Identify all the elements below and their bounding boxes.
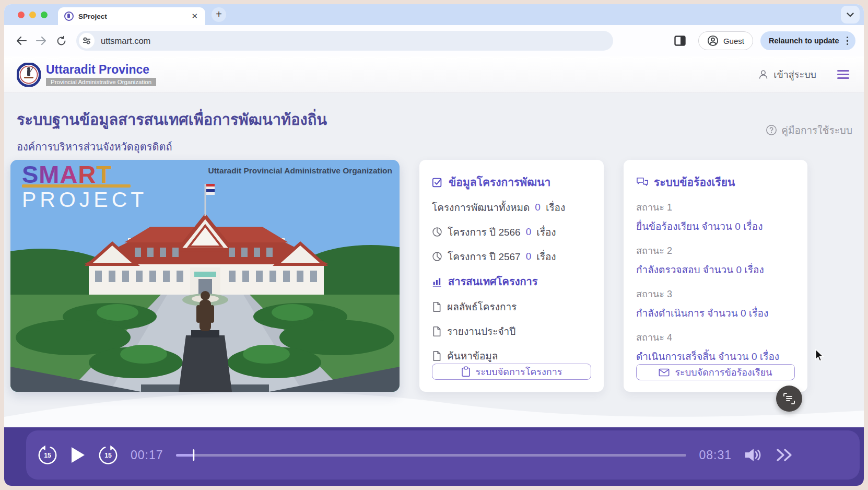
progress-bar[interactable] bbox=[176, 454, 687, 457]
year-value: 0 bbox=[526, 251, 532, 262]
hero-banner: SMART PROJECT Uttaradit Provincial Admin… bbox=[10, 160, 400, 392]
project-info-link[interactable]: สารสนเทศโครงการ bbox=[432, 273, 591, 290]
forward-button[interactable] bbox=[32, 32, 50, 50]
chat-bubbles-icon bbox=[636, 177, 649, 188]
complaint-card-title: ระบบข้อร้องเรียน bbox=[636, 173, 795, 191]
site-header: Uttaradit Province Provincial Administra… bbox=[4, 56, 864, 93]
tab-close-icon[interactable]: ✕ bbox=[190, 11, 199, 21]
page-heading: ระบบฐานข้อมูลสารสนเทศเพื่อการพัฒนาท้องถิ… bbox=[17, 108, 327, 155]
help-link[interactable]: คู่มือการใช้ระบบ bbox=[766, 122, 852, 138]
pie-chart-icon bbox=[432, 227, 442, 237]
project-year-row[interactable]: โครงการ ปี 2567 0 เรื่อง bbox=[432, 249, 591, 264]
project-year-row[interactable]: โครงการ ปี 2566 0 เรื่อง bbox=[432, 224, 591, 240]
complaint-management-button[interactable]: ระบบจัดการข้อร้องเรียน bbox=[636, 364, 795, 380]
double-chevron-right-icon bbox=[776, 448, 793, 462]
close-window-button[interactable] bbox=[18, 11, 25, 18]
back-button[interactable] bbox=[13, 32, 30, 50]
province-seal-logo bbox=[17, 63, 41, 87]
svg-text:15: 15 bbox=[44, 452, 51, 459]
year-unit: เรื่อง bbox=[536, 249, 556, 264]
tab-title: SProject bbox=[78, 13, 185, 20]
status-detail[interactable]: ดำเนินการเสร็จสิ้น จำนวน 0 เรื่อง bbox=[636, 348, 795, 364]
side-panel-icon bbox=[674, 36, 686, 46]
relaunch-to-update-button[interactable]: Relaunch to update bbox=[760, 31, 855, 50]
status-label: สถานะ 1 bbox=[636, 200, 795, 215]
rewind-15-icon: 15 bbox=[38, 445, 57, 465]
document-icon bbox=[432, 301, 442, 312]
profile-button[interactable]: Guest bbox=[698, 31, 753, 50]
document-icon bbox=[432, 351, 442, 361]
status-detail[interactable]: กำลังตรวจสอบ จำนวน 0 เรื่อง bbox=[636, 262, 795, 277]
address-bar[interactable]: uttsmart.com bbox=[76, 31, 613, 51]
svg-text:15: 15 bbox=[104, 452, 112, 459]
complaint-card-title-text: ระบบข้อร้องเรียน bbox=[654, 173, 735, 191]
player-progress-fill bbox=[176, 454, 194, 457]
desktop-frame: SProject ✕ + ut bbox=[0, 0, 868, 490]
screen-capture-fab[interactable] bbox=[776, 386, 802, 412]
zoom-window-button[interactable] bbox=[41, 11, 48, 18]
browser-tab[interactable]: SProject ✕ bbox=[58, 7, 205, 25]
toolbar-right: Guest Relaunch to update bbox=[671, 31, 855, 50]
project-total-row: โครงการพัฒนาทั้งหมด 0 เรื่อง bbox=[432, 200, 591, 215]
playhead[interactable] bbox=[193, 449, 195, 461]
project-card-title: ข้อมูลโครงการพัฒนา bbox=[432, 173, 591, 191]
forward-15-icon: 15 bbox=[98, 445, 118, 465]
help-icon bbox=[766, 124, 777, 136]
project-results-label: ผลลัพธ์โครงการ bbox=[447, 299, 517, 314]
new-tab-button[interactable]: + bbox=[212, 7, 226, 22]
page-subtitle: องค์การบริหารส่วนจังหวัดอุตรดิตถ์ bbox=[17, 138, 327, 155]
logo-line-project: PROJECT bbox=[22, 188, 147, 212]
speaker-icon bbox=[744, 447, 763, 463]
side-panel-button[interactable] bbox=[671, 32, 689, 50]
search-data-link[interactable]: ค้นหาข้อมูล bbox=[432, 348, 591, 364]
browser-menu-icon[interactable] bbox=[846, 36, 850, 46]
minimize-window-button[interactable] bbox=[29, 11, 36, 18]
complaint-system-card: ระบบข้อร้องเรียน สถานะ 1 ยื่นข้อร้องเรีย… bbox=[624, 160, 807, 392]
pie-chart-icon bbox=[432, 251, 442, 262]
project-total-label: โครงการพัฒนาทั้งหมด bbox=[432, 200, 530, 215]
document-icon bbox=[432, 326, 442, 337]
envelope-icon bbox=[659, 368, 670, 377]
project-management-button[interactable]: ระบบจัดการโครงการ bbox=[432, 364, 591, 380]
checkbox-icon bbox=[432, 177, 443, 188]
login-link[interactable]: เข้าสู่ระบบ bbox=[758, 67, 816, 82]
status-label: สถานะ 3 bbox=[636, 286, 795, 301]
project-info-label: สารสนเทศโครงการ bbox=[448, 273, 537, 290]
user-icon bbox=[758, 69, 769, 80]
chevron-down-icon bbox=[847, 13, 854, 17]
menu-button[interactable] bbox=[837, 70, 849, 79]
status-detail[interactable]: กำลังดำเนินการ จำนวน 0 เรื่อง bbox=[636, 305, 795, 321]
tab-search-button[interactable] bbox=[841, 6, 860, 24]
play-icon bbox=[70, 446, 86, 464]
current-time: 00:17 bbox=[131, 448, 163, 462]
forward-15-button[interactable]: 15 bbox=[98, 445, 118, 465]
guest-label: Guest bbox=[723, 37, 744, 45]
tab-strip: SProject ✕ + bbox=[4, 4, 864, 25]
site-title: Uttaradit Province bbox=[46, 63, 156, 77]
complaint-management-label: ระบบจัดการข้อร้องเรียน bbox=[675, 365, 772, 380]
project-data-card: ข้อมูลโครงการพัฒนา โครงการพัฒนาทั้งหมด 0… bbox=[419, 160, 604, 392]
login-label: เข้าสู่ระบบ bbox=[773, 67, 816, 82]
project-results-link[interactable]: ผลลัพธ์โครงการ bbox=[432, 299, 591, 314]
browser-toolbar: uttsmart.com Guest Relaunch to update bbox=[4, 25, 864, 56]
guest-avatar-icon bbox=[707, 35, 719, 46]
site-subtitle: Provincial Administrative Organization bbox=[46, 78, 156, 86]
volume-button[interactable] bbox=[744, 447, 763, 463]
play-button[interactable] bbox=[70, 446, 86, 464]
project-total-unit: เรื่อง bbox=[546, 200, 565, 215]
annual-report-label: รายงานประจำปี bbox=[447, 323, 515, 339]
hero-caption: Uttaradit Provincial Administrative Orga… bbox=[208, 166, 392, 176]
browser-window: SProject ✕ + ut bbox=[4, 4, 864, 486]
scan-text-icon bbox=[782, 392, 796, 405]
skip-next-button[interactable] bbox=[776, 448, 793, 462]
rewind-15-button[interactable]: 15 bbox=[38, 445, 57, 465]
project-card-title-text: ข้อมูลโครงการพัฒนา bbox=[449, 173, 550, 191]
site-settings-button[interactable] bbox=[79, 33, 95, 49]
status-detail[interactable]: ยื่นข้อร้องเรียน จำนวน 0 เรื่อง bbox=[636, 218, 795, 234]
reload-button[interactable] bbox=[52, 32, 70, 50]
annual-report-link[interactable]: รายงานประจำปี bbox=[432, 323, 591, 339]
search-data-label: ค้นหาข้อมูล bbox=[447, 348, 498, 364]
site-brand[interactable]: Uttaradit Province Provincial Administra… bbox=[46, 63, 156, 86]
bar-chart-icon bbox=[432, 276, 443, 287]
site-header-right: เข้าสู่ระบบ bbox=[758, 67, 849, 82]
